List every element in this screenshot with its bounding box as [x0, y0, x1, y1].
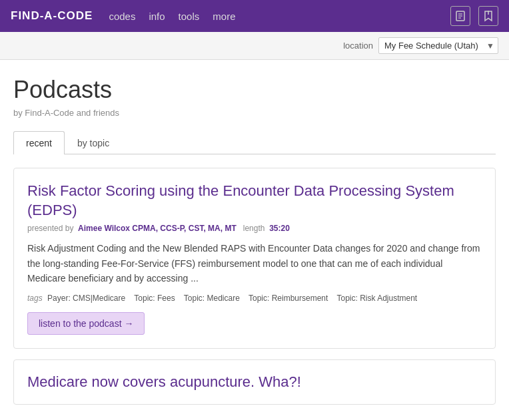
tab-by-topic[interactable]: by topic — [65, 131, 122, 154]
tag-4: Topic: Risk Adjustment — [336, 294, 417, 303]
podcast-card-2: Medicare now covers acupuncture. Wha?! — [13, 359, 496, 405]
location-label: location — [343, 41, 373, 51]
podcast-title-1: Risk Factor Scoring using the Encounter … — [27, 182, 482, 220]
tag-2: Topic: Medicare — [184, 294, 240, 303]
podcast-length: 35:20 — [269, 224, 290, 233]
main-content: Podcasts by Find-A-Code and friends rece… — [0, 60, 509, 405]
nav-info[interactable]: info — [149, 11, 165, 22]
location-bar: location My Fee Schedule (Utah) ▼ — [0, 32, 509, 60]
main-nav: FIND-A-CODE codes info tools more — [0, 0, 509, 32]
nav-codes[interactable]: codes — [109, 11, 135, 22]
podcast-tags-1: tags Payer: CMS|Medicare Topic: Fees Top… — [27, 294, 482, 303]
listen-button[interactable]: listen to the podcast → — [27, 312, 145, 335]
podcast-description-1: Risk Adjustment Coding and the New Blend… — [27, 241, 482, 286]
tags-label: tags — [27, 294, 43, 303]
length-label: length — [243, 224, 265, 233]
location-select-wrapper: My Fee Schedule (Utah) ▼ — [378, 37, 498, 54]
tag-0: Payer: CMS|Medicare — [47, 294, 125, 303]
podcast-card-1: Risk Factor Scoring using the Encounter … — [13, 168, 496, 349]
site-logo[interactable]: FIND-A-CODE — [11, 9, 93, 23]
tabs: recent by topic — [13, 131, 496, 154]
location-select[interactable]: My Fee Schedule (Utah) — [378, 37, 498, 54]
notes-icon-button[interactable] — [450, 6, 470, 26]
tag-3: Topic: Reimbursement — [249, 294, 328, 303]
podcast-title-2: Medicare now covers acupuncture. Wha?! — [27, 373, 482, 391]
page-subtitle: by Find-A-Code and friends — [13, 108, 496, 118]
podcast-meta-1: presented by Aimee Wilcox CPMA, CCS-P, C… — [27, 224, 482, 233]
tag-1: Topic: Fees — [134, 294, 175, 303]
tab-recent[interactable]: recent — [13, 131, 65, 154]
presented-by-label: presented by — [27, 224, 73, 233]
nav-tools[interactable]: tools — [179, 11, 200, 22]
nav-icons — [450, 6, 498, 26]
nav-more[interactable]: more — [213, 11, 235, 22]
page-title: Podcasts — [13, 76, 496, 104]
presenter-name: Aimee Wilcox CPMA, CCS-P, CST, MA, MT — [78, 224, 237, 233]
bookmark-icon-button[interactable] — [478, 6, 498, 26]
nav-links: codes info tools more — [109, 11, 450, 22]
